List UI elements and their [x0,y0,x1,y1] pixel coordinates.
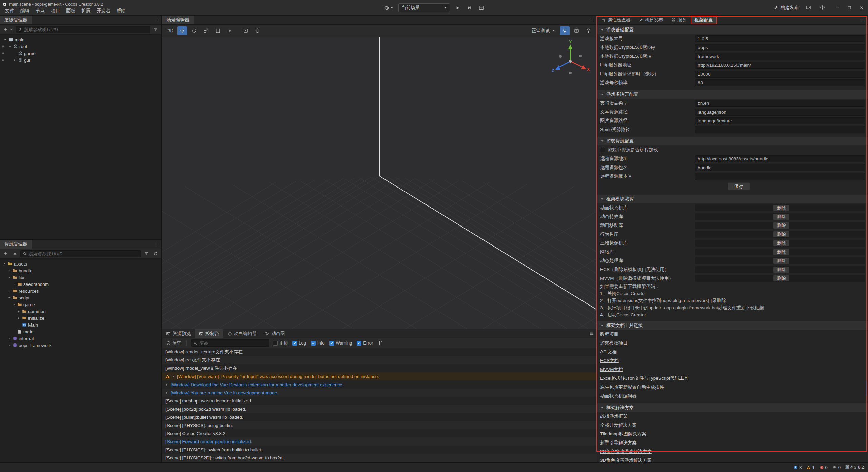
assets-filter-button[interactable] [143,250,150,257]
module-ecs-delete-button[interactable]: 删除 [773,267,789,273]
asset-node-Main[interactable]: TSMain [0,321,161,328]
menu-node[interactable]: 节点 [33,8,48,14]
link-mvvm-doc[interactable]: MVVM文档 [600,367,623,373]
scene-viewport[interactable]: Y X Z [162,37,597,329]
module-tween-delete-button[interactable]: 删除 [773,222,789,229]
gizmo-y-label[interactable]: Y [569,40,572,44]
caret-down-icon[interactable] [7,276,12,279]
tab-console[interactable]: 控制台 [195,329,223,338]
checkbox-warning[interactable] [329,341,334,346]
section-header-game-resource[interactable]: 游戏资源配置 [597,137,868,145]
caret-down-icon[interactable] [3,38,8,41]
module-behavior-tree-delete-button[interactable]: 删除 [773,231,789,237]
link-template-project[interactable]: 游戏模板项目 [600,340,628,346]
game-fps-input[interactable] [695,79,865,86]
console-filter-warning[interactable]: Warning [329,340,352,346]
asset-node-assets[interactable]: assets [0,260,161,267]
module-effect-delete-button[interactable]: 删除 [773,214,789,220]
pivot-toggle[interactable] [241,26,251,35]
import-asset-button[interactable] [11,250,19,257]
crypto-key-input[interactable] [695,44,865,51]
clear-console-button[interactable]: 清空 [165,339,182,347]
menu-edit[interactable]: 编辑 [17,8,33,14]
asset-node-resources[interactable]: resources [0,288,161,294]
assets-refresh-button[interactable] [152,250,159,257]
module-mvvm-delete-button[interactable]: 删除 [773,275,789,281]
arrow-right-icon[interactable] [16,310,21,313]
lighting-toggle[interactable] [560,26,570,35]
build-publish-button[interactable]: 构建发布 [774,5,799,11]
assets-search-input[interactable] [28,251,139,256]
minimize-button[interactable] [835,5,840,10]
gizmo-x-label[interactable]: X [587,67,590,72]
link-2d-rpg-solution[interactable]: 2D角色扮演游戏解决方案 [600,449,652,455]
camera-preview-toggle[interactable] [572,26,581,35]
asset-node-main[interactable]: main [0,328,161,335]
console-filter-error[interactable]: Error [357,340,373,346]
orientation-gizmo[interactable]: Y X Z [550,40,591,81]
expand-arrow-icon[interactable] [172,375,175,378]
asset-node-oops-framework[interactable]: oops-framework [0,342,161,349]
console-log-row[interactable]: [Scene] [PHYSICS]: using builtin. [162,421,597,429]
tab-animation-editor[interactable]: 动画编辑器 [223,329,261,338]
save-button[interactable]: 保存 [728,182,750,190]
assets-menu-button[interactable] [151,240,161,249]
scene-menu-button[interactable] [587,16,597,24]
console-filter-log[interactable]: Log [292,340,306,346]
http-server-input[interactable] [695,62,865,69]
menu-file[interactable]: 文件 [2,8,17,14]
hierarchy-filter-button[interactable] [152,26,159,33]
tab-build[interactable]: 构建发布 [635,16,667,24]
remote-version-input[interactable] [695,173,865,180]
section-header-doc-links[interactable]: 框架文档工具链接 [597,321,868,330]
hierarchy-menu-button[interactable] [151,16,161,24]
caret-down-icon[interactable] [7,296,12,299]
section-header-game-basic[interactable]: 游戏基础配置 [597,25,868,34]
preview-window-button[interactable] [477,4,486,12]
tab-scene-editor[interactable]: 场景编辑器 [162,16,194,24]
regex-checkbox[interactable] [273,341,278,346]
section-header-module-trim[interactable]: 框架模块裁剪 [597,195,868,203]
hierarchy-node-game[interactable]: game [0,50,161,57]
game-version-input[interactable] [695,35,865,42]
console-log-row[interactable]: [Scene] [box2d]:box2d wasm lib loaded. [162,405,597,413]
tab-hierarchy[interactable]: 层级管理器 [0,16,32,24]
console-log-row[interactable]: [Scene] [PHYSICS]: switch from builtin t… [162,446,597,454]
tab-assets[interactable]: 资源管理器 [0,240,32,249]
asset-node-game[interactable]: game [0,301,161,308]
inspector-scrollbar[interactable] [866,380,867,396]
expand-arrow-icon[interactable] [165,391,169,394]
console-log-row[interactable]: [Scene] Cocos Creator v3.8.2 [162,429,597,437]
arrow-right-icon[interactable] [16,317,21,320]
link-tutorial-project[interactable]: 教程项目 [600,331,618,337]
arrow-right-icon[interactable] [7,344,12,347]
console-log-row[interactable]: [Scene] [PHYSICS2D]: switch from box2d-w… [162,454,597,462]
arrow-right-icon[interactable] [12,59,17,62]
asset-node-seedrandom[interactable]: seedrandom [0,281,161,288]
arrow-right-icon[interactable] [7,290,12,293]
link-3d-rpg-solution[interactable]: 3D角色扮演游戏解决方案 [600,457,652,462]
menu-project[interactable]: 项目 [48,8,63,14]
media-button[interactable] [804,4,813,11]
hierarchy-node-gui[interactable]: gui [0,57,161,63]
asset-node-initialize[interactable]: initialize [0,315,161,321]
link-guide-solution[interactable]: 新手引导解决方案 [600,440,637,446]
asset-node-common[interactable]: common [0,308,161,315]
console-log-row[interactable]: [Window] render_texture文件夹不存在 [162,348,597,356]
console-log-row[interactable]: [Scene] meshopt wasm decoder initialized [162,397,597,405]
scene-settings-button[interactable] [584,26,593,35]
expand-arrow-icon[interactable] [165,383,169,386]
console-log-row[interactable]: [Window] You are running Vue in developm… [162,389,597,397]
console-search-input[interactable] [199,340,267,346]
console-log-row[interactable]: [Window] ecs文件夹不存在 [162,356,597,364]
console-log-row[interactable]: [Window] Download the Vue Devtools exten… [162,380,597,389]
tab-animation-graph[interactable]: 动画图 [261,329,289,338]
regex-toggle[interactable]: 正则 [273,340,288,346]
tab-framework-config[interactable]: 框架配置 [691,16,717,24]
section-header-solutions[interactable]: 框架解决方案 [597,403,868,412]
asset-node-bundle[interactable]: bundle [0,267,161,274]
asset-node-libs[interactable]: libs [0,274,161,281]
section-header-game-language[interactable]: 游戏多语言配置 [597,90,868,99]
help-button[interactable] [818,4,827,11]
link-excel-tool[interactable]: Excel格式转Json文件与TypeScript代码工具 [600,375,688,381]
